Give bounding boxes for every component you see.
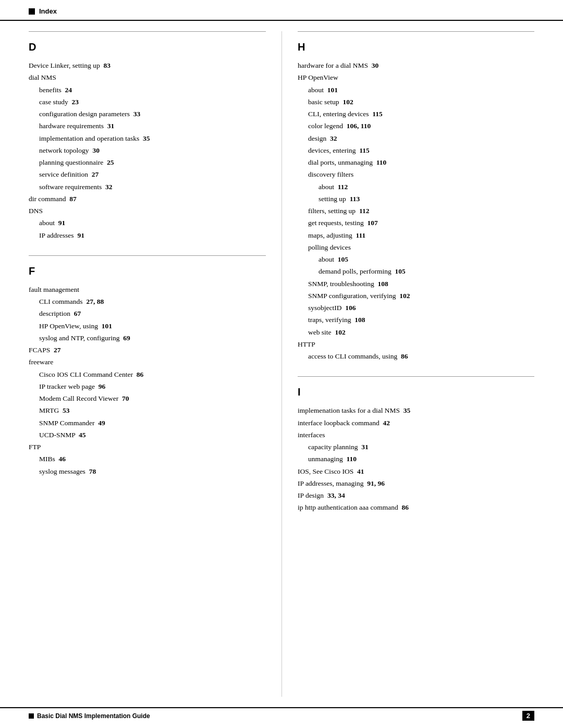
page-num: 115: [372, 110, 383, 118]
entry-hardware-dial-nms: hardware for a dial NMS 30: [298, 60, 534, 71]
page-num: 87: [69, 195, 77, 203]
page-num: 102: [335, 328, 345, 336]
entry-text: filters, setting up 112: [298, 207, 369, 215]
page-num: 35: [143, 134, 150, 142]
entry-text: Modem Call Record Viewer 70: [29, 394, 129, 402]
entry-text: FCAPS 27: [29, 346, 61, 354]
footer-left: Basic Dial NMS Implementation Guide: [29, 712, 150, 720]
entry-text: Cisco IOS CLI Command Center 86: [29, 371, 143, 378]
entry-text: basic setup 102: [298, 98, 353, 106]
entry-text: IP design 33, 34: [298, 491, 345, 499]
entry-ftp-mibs: MIBs 46: [29, 454, 266, 464]
page-num: 24: [65, 86, 72, 94]
entry-text: network topology 30: [29, 146, 100, 154]
entry-hp-disc-setting-up: setting up 113: [298, 194, 534, 204]
entry-text: UCD-SNMP 45: [29, 431, 86, 439]
page-num: 111: [356, 231, 366, 239]
page-num: 96: [99, 382, 106, 390]
entry-text: MIBs 46: [29, 455, 66, 463]
footer-page-number: 2: [522, 711, 534, 721]
entry-fault-hp: HP OpenView, using 101: [29, 321, 266, 331]
entry-dns-about: about 91: [29, 218, 266, 228]
entry-text: interfaces: [298, 431, 325, 439]
entry-text: IP addresses 91: [29, 231, 84, 239]
page-num: 53: [63, 406, 70, 414]
entry-hp-website: web site 102: [298, 327, 534, 338]
entry-dns: DNS: [29, 206, 266, 216]
page-num: 23: [72, 98, 79, 106]
entry-dial-nms-config: configuration design parameters 33: [29, 109, 266, 119]
entry-hp-basic-setup: basic setup 102: [298, 97, 534, 107]
entry-hp-discovery-filters: discovery filters: [298, 169, 534, 180]
section-i-divider: [298, 376, 534, 377]
page-num: 110: [376, 158, 387, 166]
page-num: 110: [347, 455, 357, 463]
entry-hp-polling-devices: polling devices: [298, 242, 534, 253]
entry-ip-design: IP design 33, 34: [298, 490, 534, 501]
entry-ip-addresses-managing: IP addresses, managing 91, 96: [298, 478, 534, 489]
entry-text: fault management: [29, 286, 79, 293]
entry-hp-traps: traps, verifying 108: [298, 315, 534, 325]
entry-hp-devices-entering: devices, entering 115: [298, 145, 534, 156]
page-num: 101: [102, 322, 112, 330]
entry-text: design 32: [298, 134, 337, 142]
entry-text: hardware for a dial NMS 30: [298, 61, 378, 69]
entry-text: IP addresses, managing 91, 96: [298, 479, 385, 487]
section-i: I implemenation tasks for a dial NMS 35 …: [298, 376, 534, 513]
entry-freeware-mrtg: MRTG 53: [29, 405, 266, 416]
entry-text: dir command 87: [29, 195, 77, 203]
entry-hp-openview: HP OpenView: [298, 72, 534, 83]
entry-dir-command: dir command 87: [29, 194, 266, 204]
entry-text: devices, entering 115: [298, 146, 370, 154]
entry-hp-maps: maps, adjusting 111: [298, 230, 534, 241]
page-num: 33, 34: [327, 491, 345, 499]
entry-text: planning questionnaire 25: [29, 158, 114, 166]
entry-dial-nms-software: software requirements 32: [29, 182, 266, 192]
entry-text: SNMP configuration, verifying 102: [298, 292, 410, 300]
entry-text: get requests, testing 107: [298, 219, 378, 227]
page-num: 25: [107, 158, 114, 166]
entry-text: setting up 113: [298, 195, 360, 203]
entry-hp-get-requests: get requests, testing 107: [298, 218, 534, 228]
page-num: 33: [133, 110, 141, 118]
page-num: 113: [350, 195, 360, 203]
page-num: 27: [92, 170, 99, 178]
entry-hp-dial-ports: dial ports, unmanaging 110: [298, 157, 534, 168]
entry-text: unmanaging 110: [298, 455, 357, 463]
entry-text: ip http authentication aaa command 86: [298, 503, 409, 511]
entry-text: MRTG 53: [29, 406, 69, 414]
page-num: 31: [107, 122, 115, 130]
entry-dial-nms-implementation: implementation and operation tasks 35: [29, 133, 266, 144]
page-num: 106, 110: [347, 122, 371, 130]
section-d-heading: D: [29, 41, 266, 53]
page-num: 115: [359, 146, 370, 154]
entry-fault-management: fault management: [29, 285, 266, 295]
page-num: 112: [359, 207, 370, 215]
bottom-border: [0, 707, 563, 708]
page-num: 46: [59, 455, 66, 463]
entry-text: sysobjectID 106: [298, 304, 356, 312]
page-num: 86: [137, 371, 144, 378]
page-header: Index: [29, 7, 534, 15]
page-num: 27: [54, 346, 61, 354]
header-left: Index: [29, 7, 57, 15]
entry-text: about 112: [298, 183, 348, 191]
entry-dial-nms-benefits: benefits 24: [29, 85, 266, 95]
page-num: 102: [342, 98, 353, 106]
page-num: 83: [103, 61, 111, 69]
entry-text: about 91: [29, 219, 65, 227]
entry-dial-nms: dial NMS: [29, 72, 266, 83]
entry-text: software requirements 32: [29, 183, 113, 191]
entry-fault-syslog: syslog and NTP, configuring 69: [29, 333, 266, 343]
page-num: 69: [123, 334, 130, 342]
entry-hp-polling-about: about 105: [298, 254, 534, 265]
entry-text: color legend 106, 110: [298, 122, 371, 130]
entry-ftp-syslog: syslog messages 78: [29, 466, 266, 477]
entry-ios-cisco: IOS, See Cisco IOS 41: [298, 466, 534, 477]
entry-fcaps: FCAPS 27: [29, 345, 266, 355]
entry-interface-loopback: interface loopback command 42: [298, 418, 534, 428]
page-num: 102: [399, 292, 410, 300]
entry-text: IOS, See Cisco IOS 41: [298, 467, 364, 475]
page-num: 91: [58, 219, 66, 227]
entry-text: access to CLI commands, using 86: [298, 352, 408, 360]
